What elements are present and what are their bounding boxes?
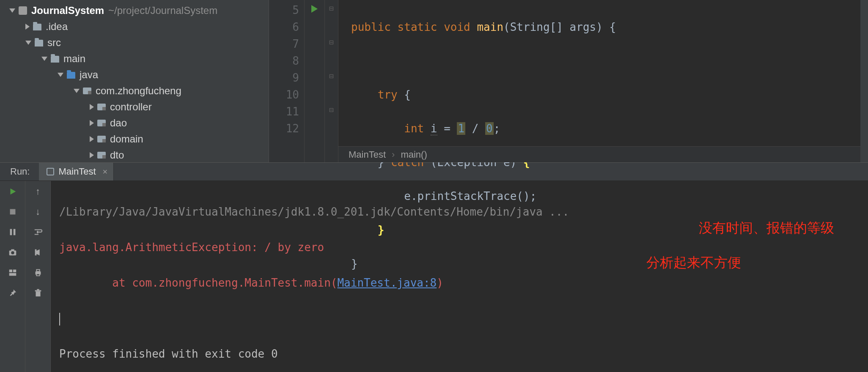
tree-item-main[interactable]: main — [0, 51, 269, 67]
chevron-right-icon[interactable] — [90, 136, 94, 142]
layout-icon[interactable] — [7, 267, 18, 278]
svg-marker-0 — [10, 189, 16, 195]
run-label: Run: — [0, 166, 39, 177]
project-tree[interactable]: JournalSystem ~/project/JournalSystem .i… — [0, 0, 269, 162]
package-icon — [97, 104, 106, 110]
folder-icon — [33, 24, 41, 30]
run-toolbar-left — [0, 181, 25, 372]
code-area[interactable]: public static void main(String[] args) {… — [338, 0, 868, 162]
svg-rect-14 — [35, 290, 41, 292]
tree-item-package[interactable]: com.zhongfucheng — [0, 83, 269, 99]
svg-rect-6 — [11, 249, 14, 251]
scroll-to-end-icon[interactable] — [33, 247, 44, 258]
chevron-right-icon[interactable] — [90, 120, 94, 126]
annotation-text: 没有时间、报错的等级 — [699, 219, 834, 237]
chevron-down-icon[interactable] — [9, 8, 15, 13]
svg-point-5 — [11, 251, 14, 254]
annotation-text: 分析起来不方便 — [646, 254, 741, 271]
tree-item-idea[interactable]: .idea — [0, 19, 269, 35]
tree-item-java[interactable]: java — [0, 67, 269, 83]
trash-icon[interactable] — [33, 287, 44, 298]
pin-icon[interactable] — [7, 287, 18, 298]
close-icon[interactable]: × — [103, 167, 108, 177]
module-icon — [19, 6, 27, 15]
down-arrow-icon[interactable]: ↓ — [33, 206, 44, 217]
run-toolbar-right: ↑ ↓ — [25, 181, 51, 372]
svg-rect-1 — [10, 209, 15, 215]
console-stack-line: at com.zhongfucheng.MainTest.main( — [59, 276, 337, 289]
chevron-down-icon[interactable] — [58, 73, 63, 77]
tree-root[interactable]: JournalSystem ~/project/JournalSystem — [0, 3, 269, 19]
chevron-down-icon[interactable] — [41, 57, 47, 61]
run-tab-maintest[interactable]: MainTest × — [39, 163, 114, 181]
console-output[interactable]: /Library/Java/JavaVirtualMachines/jdk1.8… — [51, 181, 868, 372]
fold-icon[interactable]: ⊟ — [325, 68, 338, 85]
tree-item-dto[interactable]: dto — [0, 147, 269, 162]
svg-rect-11 — [36, 270, 39, 272]
caret-icon — [59, 313, 60, 326]
camera-icon[interactable] — [7, 247, 18, 258]
tree-item-src[interactable]: src — [0, 35, 269, 51]
run-line-icon[interactable] — [311, 5, 318, 13]
svg-rect-9 — [9, 273, 16, 276]
package-icon — [83, 88, 91, 94]
chevron-right-icon[interactable] — [90, 104, 94, 110]
source-folder-icon — [67, 72, 75, 79]
stop-icon[interactable] — [7, 206, 18, 217]
svg-rect-8 — [13, 270, 16, 272]
chevron-right-icon[interactable] — [90, 152, 94, 158]
breadcrumb[interactable]: MainTest › main() — [338, 146, 868, 162]
run-gutter[interactable] — [305, 0, 325, 162]
package-icon — [97, 152, 106, 159]
print-icon[interactable] — [33, 267, 44, 278]
breadcrumb-class[interactable]: MainTest — [349, 149, 386, 160]
up-arrow-icon[interactable]: ↑ — [33, 186, 44, 197]
fold-gutter[interactable]: ⊟ ⊟ ⊟ ⊟ — [325, 0, 338, 162]
chevron-down-icon[interactable] — [25, 41, 31, 45]
fold-icon[interactable]: ⊟ — [325, 0, 338, 17]
console-command: /Library/Java/JavaVirtualMachines/jdk1.8… — [59, 203, 860, 221]
folder-icon — [51, 56, 59, 63]
run-tab-label: MainTest — [58, 166, 96, 177]
fold-icon[interactable]: ⊟ — [325, 101, 338, 118]
svg-rect-13 — [36, 291, 40, 296]
run-config-icon — [47, 168, 54, 175]
console-exit-line: Process finished with exit code 0 — [59, 345, 860, 363]
tree-item-dao[interactable]: dao — [0, 115, 269, 131]
chevron-right-icon[interactable] — [25, 24, 30, 30]
editor-scrollbar[interactable] — [860, 0, 868, 162]
chevron-down-icon[interactable] — [74, 89, 80, 93]
package-icon — [97, 120, 106, 126]
svg-rect-2 — [10, 229, 12, 235]
package-icon — [97, 136, 106, 142]
breadcrumb-method[interactable]: main() — [401, 149, 427, 160]
fold-icon[interactable]: ⊟ — [325, 34, 338, 51]
tree-item-controller[interactable]: controller — [0, 99, 269, 115]
svg-rect-3 — [13, 229, 15, 235]
code-editor[interactable]: 5 6 7 8 9 10 11 12 ⊟ ⊟ ⊟ ⊟ public static… — [269, 0, 868, 162]
rerun-icon[interactable] — [7, 186, 18, 197]
folder-icon — [35, 40, 43, 46]
project-name: JournalSystem — [31, 3, 104, 19]
project-path: ~/project/JournalSystem — [108, 3, 217, 19]
tree-item-domain[interactable]: domain — [0, 131, 269, 147]
soft-wrap-icon[interactable] — [33, 227, 44, 238]
svg-rect-7 — [9, 270, 12, 272]
svg-rect-15 — [37, 289, 39, 290]
stacktrace-link[interactable]: MainTest.java:8 — [337, 276, 437, 289]
line-numbers: 5 6 7 8 9 10 11 12 — [269, 0, 305, 162]
svg-rect-12 — [36, 274, 39, 276]
pause-icon[interactable] — [7, 227, 18, 238]
chevron-right-icon: › — [392, 149, 395, 160]
